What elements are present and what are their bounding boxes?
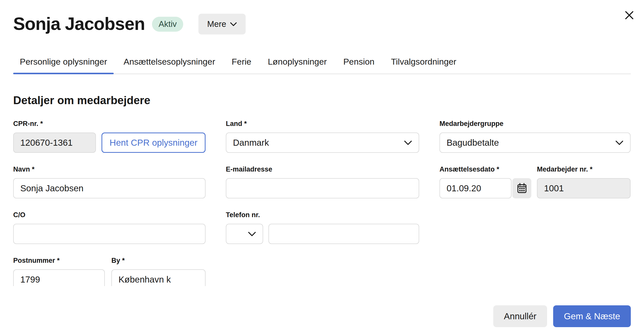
telefon-input[interactable] [268, 224, 419, 244]
fetch-cpr-button[interactable]: Hent CPR oplysninger [101, 133, 206, 153]
co-input[interactable] [13, 224, 206, 244]
field-dato-og-nr: Ansættelsesdato * Medarbejder nr. * [439, 165, 631, 198]
page-title: Sonja Jacobsen [13, 15, 145, 33]
modal-footer: Annullér Gem & Næste [13, 305, 631, 327]
grid-spacer [439, 257, 631, 286]
phone-country-code-select[interactable] [226, 224, 263, 244]
land-select-value: Danmark [233, 138, 269, 148]
field-medarbejdergruppe: Medarbejdergruppe Bagudbetalte [439, 120, 631, 153]
close-icon [624, 10, 634, 20]
navn-input[interactable] [13, 178, 206, 198]
tab-pension[interactable]: Pension [337, 56, 381, 73]
field-co: C/O [13, 211, 206, 244]
chevron-down-icon [404, 140, 412, 145]
field-cpr: CPR-nr. * Hent CPR oplysninger [13, 120, 206, 153]
grid-spacer [439, 211, 631, 244]
employee-details-modal: Sonja Jacobsen Aktiv Mere Personlige opl… [0, 0, 644, 336]
ansaettelsesdato-field [439, 178, 531, 198]
close-button[interactable] [623, 9, 636, 22]
medarbejder-nr-label: Medarbejder nr. * [537, 165, 631, 173]
tab-lonoplysninger[interactable]: Lønoplysninger [261, 56, 333, 73]
save-next-button[interactable]: Gem & Næste [553, 305, 631, 327]
medarbejdergruppe-label: Medarbejdergruppe [439, 120, 631, 127]
email-label: E-mailadresse [226, 165, 419, 173]
chevron-down-icon [230, 22, 237, 26]
more-button-label: Mere [207, 19, 226, 29]
by-input[interactable] [111, 269, 206, 286]
field-telefon: Telefon nr. [226, 211, 419, 244]
tab-ansaettelsesoplysninger[interactable]: Ansættelsesoplysninger [117, 56, 222, 73]
postnummer-input[interactable] [13, 269, 105, 286]
tab-ferie[interactable]: Ferie [225, 56, 258, 73]
employee-form: CPR-nr. * Hent CPR oplysninger Land * Da… [13, 120, 631, 286]
medarbejdergruppe-select[interactable]: Bagudbetalte [439, 133, 631, 153]
calendar-icon [516, 182, 528, 194]
tab-tilvalgsordninger[interactable]: Tilvalgsordninger [384, 56, 463, 73]
form-scroll-area: Detaljer om medarbejdere CPR-nr. * Hent … [13, 74, 631, 286]
cancel-button[interactable]: Annullér [493, 305, 547, 327]
field-land: Land * Danmark [226, 120, 419, 153]
navn-label: Navn * [13, 165, 206, 173]
date-picker-button[interactable] [512, 178, 531, 198]
status-badge: Aktiv [152, 17, 183, 32]
field-postnummer-by: Postnummer * By * [13, 257, 206, 286]
medarbejdergruppe-select-value: Bagudbetalte [447, 138, 499, 148]
cpr-input[interactable] [13, 133, 96, 153]
section-heading: Detaljer om medarbejdere [13, 94, 631, 107]
field-navn: Navn * [13, 165, 206, 198]
modal-header: Sonja Jacobsen Aktiv Mere [0, 0, 644, 34]
by-label: By * [111, 257, 206, 264]
medarbejder-nr-input[interactable] [537, 178, 631, 198]
land-label: Land * [226, 120, 419, 127]
more-button[interactable]: Mere [198, 14, 245, 34]
chevron-down-icon [615, 140, 623, 145]
cpr-label: CPR-nr. * [13, 120, 206, 127]
chevron-down-icon [248, 232, 256, 236]
postnummer-label: Postnummer * [13, 257, 105, 264]
tab-bar: Personlige oplysninger Ansættelsesoplysn… [13, 56, 631, 74]
grid-spacer [226, 257, 419, 286]
ansaettelsesdato-input[interactable] [439, 178, 512, 198]
co-label: C/O [13, 211, 206, 219]
ansaettelsesdato-label: Ansættelsesdato * [439, 165, 531, 173]
email-input[interactable] [226, 178, 419, 198]
tab-personlige-oplysninger[interactable]: Personlige oplysninger [13, 56, 114, 73]
land-select[interactable]: Danmark [226, 133, 419, 153]
field-email: E-mailadresse [226, 165, 419, 198]
telefon-label: Telefon nr. [226, 211, 419, 219]
